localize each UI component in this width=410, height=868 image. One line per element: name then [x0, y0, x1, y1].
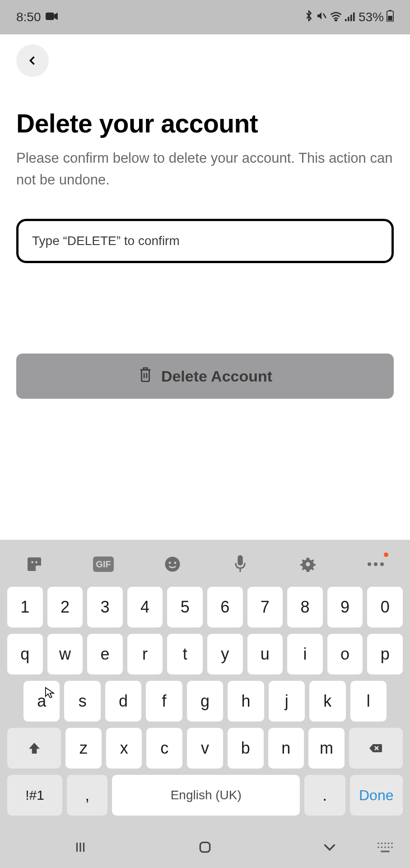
mute-icon [316, 10, 327, 24]
back-button[interactable] [16, 44, 49, 77]
delete-account-button[interactable]: Delete Account [16, 354, 394, 399]
svg-point-14 [165, 557, 180, 572]
svg-point-12 [31, 561, 33, 563]
key-c[interactable]: c [146, 728, 182, 769]
delete-account-label: Delete Account [161, 368, 272, 385]
key-1[interactable]: 1 [7, 587, 43, 627]
key-m[interactable]: m [308, 728, 345, 769]
key-n[interactable]: n [268, 728, 304, 769]
svg-point-31 [377, 846, 379, 848]
shift-up-icon [27, 741, 42, 755]
svg-rect-3 [345, 19, 347, 21]
key-x[interactable]: x [106, 728, 142, 769]
key-3[interactable]: 3 [87, 587, 123, 627]
key-0[interactable]: 0 [367, 587, 403, 627]
svg-point-32 [381, 846, 383, 848]
keyboard-row-numbers: 1234567890 [7, 587, 403, 627]
svg-rect-25 [200, 842, 210, 852]
status-bar: 8:50 53% [0, 0, 410, 34]
svg-rect-5 [350, 14, 352, 21]
svg-point-16 [174, 562, 177, 564]
bluetooth-icon [304, 10, 313, 25]
spacebar-key[interactable]: English (UK) [112, 775, 300, 816]
key-d[interactable]: d [105, 681, 141, 722]
backspace-icon [368, 741, 383, 755]
key-7[interactable]: 7 [247, 587, 283, 627]
page-subtitle: Please confirm below to delete your acco… [16, 147, 394, 191]
key-g[interactable]: g [187, 681, 223, 722]
svg-rect-6 [353, 13, 355, 21]
navigation-bar [0, 826, 410, 868]
key-r[interactable]: r [127, 634, 163, 675]
home-button[interactable] [196, 838, 214, 857]
microphone-icon[interactable] [231, 555, 249, 573]
key-t[interactable]: t [167, 634, 203, 675]
keyboard-switch-icon[interactable] [376, 838, 395, 857]
keyboard: GIF 1234567890 qwertyuiop asdfghjkl zxcv… [0, 540, 410, 826]
key-e[interactable]: e [87, 634, 123, 675]
confirm-delete-input[interactable] [16, 219, 394, 263]
battery-percentage: 53% [359, 10, 384, 24]
key-8[interactable]: 8 [287, 587, 323, 627]
key-6[interactable]: 6 [207, 587, 243, 627]
key-a[interactable]: a [23, 681, 60, 722]
gif-icon[interactable]: GIF [93, 557, 114, 572]
shift-key[interactable] [7, 728, 61, 769]
svg-point-29 [388, 842, 390, 844]
status-right: 53% [304, 10, 394, 25]
comma-key[interactable]: , [67, 775, 107, 816]
chevron-left-icon [26, 54, 39, 67]
svg-point-26 [377, 842, 379, 844]
signal-icon [345, 10, 356, 24]
confirm-input-wrap [16, 219, 394, 263]
trash-icon [138, 366, 153, 387]
key-k[interactable]: k [309, 681, 345, 722]
symbols-key[interactable]: !#1 [7, 775, 62, 816]
settings-gear-icon[interactable] [299, 555, 317, 573]
recent-apps-button[interactable] [71, 838, 90, 857]
key-j[interactable]: j [269, 681, 305, 722]
key-l[interactable]: l [350, 681, 387, 722]
keyboard-row-a: asdfghjkl [7, 681, 403, 722]
keyboard-toolbar: GIF [7, 547, 403, 587]
key-q[interactable]: q [7, 634, 43, 675]
svg-point-15 [169, 562, 171, 564]
svg-point-34 [388, 846, 390, 848]
key-4[interactable]: 4 [127, 587, 163, 627]
key-o[interactable]: o [327, 634, 363, 675]
key-v[interactable]: v [187, 728, 223, 769]
key-p[interactable]: p [367, 634, 403, 675]
key-5[interactable]: 5 [167, 587, 203, 627]
status-time: 8:50 [16, 10, 41, 24]
svg-rect-36 [381, 851, 390, 853]
notification-dot-icon [384, 552, 388, 557]
svg-point-30 [391, 842, 393, 844]
svg-point-19 [306, 562, 310, 566]
back-nav-button[interactable] [320, 838, 339, 857]
key-w[interactable]: w [47, 634, 83, 675]
key-i[interactable]: i [287, 634, 323, 675]
svg-point-27 [381, 842, 383, 844]
key-y[interactable]: y [207, 634, 243, 675]
key-u[interactable]: u [247, 634, 283, 675]
keyboard-row-q: qwertyuiop [7, 634, 403, 675]
key-b[interactable]: b [228, 728, 264, 769]
emoji-icon[interactable] [163, 555, 182, 573]
sticker-icon[interactable] [25, 555, 43, 573]
svg-point-13 [35, 561, 37, 563]
key-f[interactable]: f [146, 681, 182, 722]
key-2[interactable]: 2 [47, 587, 83, 627]
key-h[interactable]: h [228, 681, 264, 722]
done-key[interactable]: Done [350, 775, 403, 816]
key-z[interactable]: z [65, 728, 102, 769]
svg-rect-9 [388, 16, 392, 21]
period-key[interactable]: . [304, 775, 345, 816]
backspace-key[interactable] [349, 728, 403, 769]
svg-rect-17 [238, 555, 242, 566]
video-record-icon [46, 10, 58, 24]
key-s[interactable]: s [64, 681, 100, 722]
more-options-icon[interactable] [367, 555, 385, 573]
key-9[interactable]: 9 [327, 587, 363, 627]
app-content: Delete your account Please confirm below… [0, 34, 410, 540]
svg-rect-0 [46, 13, 54, 20]
